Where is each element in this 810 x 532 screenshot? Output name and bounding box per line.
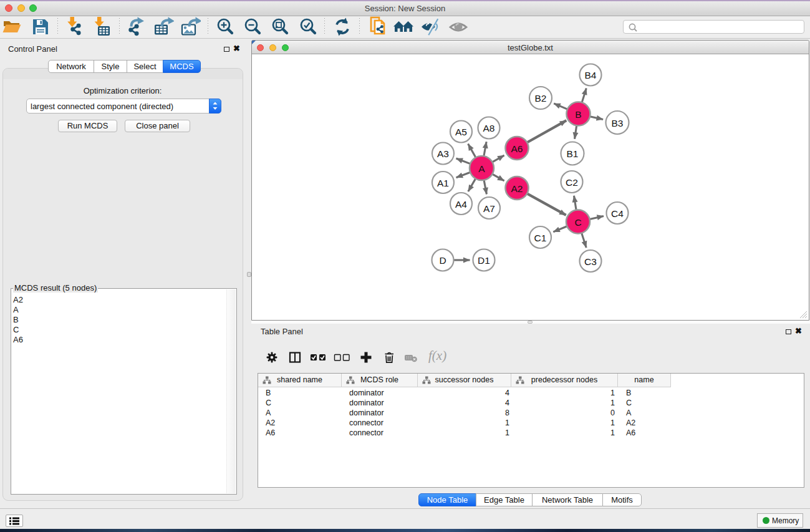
svg-text:A2: A2: [511, 183, 523, 194]
svg-text:A7: A7: [483, 203, 495, 214]
svg-text:A8: A8: [483, 123, 495, 133]
svg-text:B4: B4: [585, 70, 597, 80]
svg-text:B: B: [575, 109, 581, 120]
svg-text:A: A: [478, 163, 485, 174]
svg-text:A3: A3: [437, 148, 449, 159]
svg-text:A1: A1: [437, 178, 449, 188]
svg-text:A4: A4: [455, 199, 467, 210]
svg-text:C3: C3: [584, 256, 597, 267]
svg-text:A6: A6: [511, 143, 523, 154]
svg-text:C1: C1: [534, 233, 547, 243]
svg-text:C: C: [574, 217, 581, 228]
svg-text:B3: B3: [612, 118, 624, 128]
svg-text:A5: A5: [455, 127, 467, 137]
svg-text:D: D: [439, 255, 446, 266]
svg-text:B1: B1: [567, 148, 579, 159]
svg-text:C2: C2: [566, 177, 578, 188]
svg-text:D1: D1: [478, 255, 490, 266]
svg-text:B2: B2: [535, 93, 547, 104]
svg-text:C4: C4: [611, 208, 624, 219]
